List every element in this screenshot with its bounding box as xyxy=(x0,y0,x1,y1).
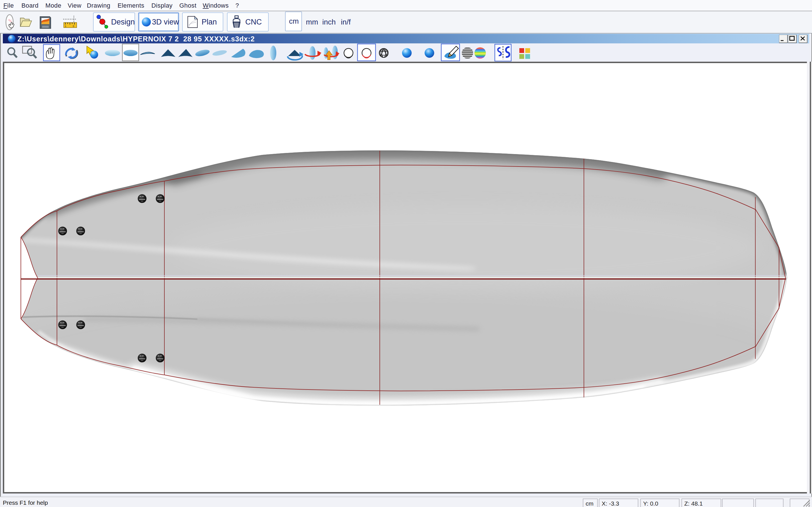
svg-text:1: 1 xyxy=(65,25,66,27)
svg-text:0: 0 xyxy=(73,25,74,27)
